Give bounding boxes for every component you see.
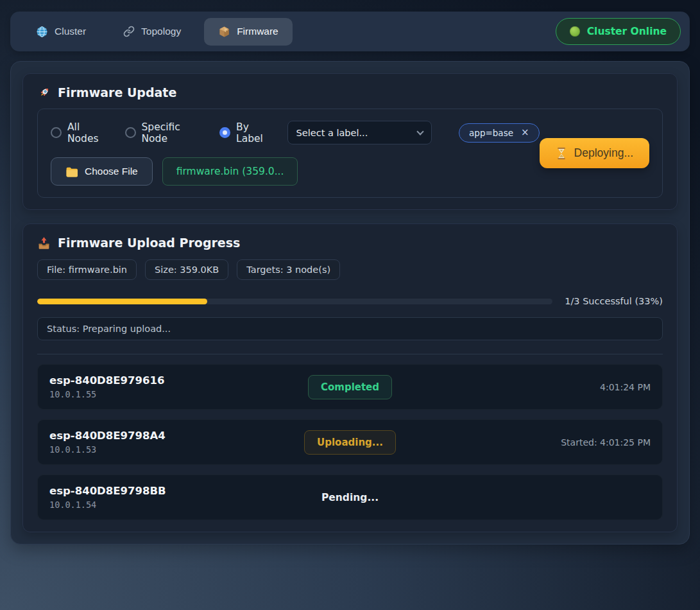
- firmware-update-title: Firmware Update: [37, 85, 663, 100]
- upload-status-box: Status: Preparing upload...: [37, 317, 663, 340]
- node-2-time: Started: 4:01:25 PM: [396, 437, 651, 448]
- progress-bar-fill: [37, 299, 207, 304]
- deploy-button-label: Deploying...: [574, 146, 633, 160]
- label-chip-text: app=base: [469, 128, 513, 138]
- node-1-ip: 10.0.1.55: [49, 389, 308, 399]
- node-2-status-badge: Uploading...: [304, 430, 396, 455]
- node-3-name: esp-840D8E9798BB: [49, 485, 319, 497]
- upload-tray-icon: [37, 236, 51, 250]
- firmware-update-card: Firmware Update All Nodes Specific Node …: [22, 73, 678, 210]
- radio-by-label[interactable]: By Label: [219, 121, 277, 144]
- tab-cluster[interactable]: Cluster: [22, 18, 100, 46]
- radio-specific-node-label: Specific Node: [142, 121, 207, 144]
- radio-by-label-label: By Label: [236, 121, 277, 144]
- node-1-status-badge: Completed: [308, 375, 392, 399]
- choose-file-button[interactable]: Choose File: [51, 157, 153, 186]
- tab-firmware-label: Firmware: [237, 26, 278, 37]
- upload-progress-title-text: Firmware Upload Progress: [58, 236, 240, 250]
- tab-topology-label: Topology: [141, 26, 181, 37]
- main-content: Firmware Update All Nodes Specific Node …: [10, 61, 690, 545]
- node-1-identity: esp-840D8E979616 10.0.1.55: [49, 374, 308, 399]
- node-3-identity: esp-840D8E9798BB 10.0.1.54: [49, 485, 319, 510]
- close-icon[interactable]: ×: [521, 128, 529, 137]
- tab-cluster-label: Cluster: [55, 26, 86, 37]
- progress-row: 1/3 Successful (33%): [37, 296, 663, 306]
- node-3-ip: 10.0.1.54: [49, 500, 319, 510]
- radio-all-nodes-circle[interactable]: [51, 127, 62, 138]
- globe-icon: [36, 26, 48, 38]
- node-2-identity: esp-840D8E9798A4 10.0.1.53: [49, 430, 304, 455]
- node-3-status-badge: Pending...: [319, 486, 381, 509]
- deploy-form-fields: All Nodes Specific Node By Label Select …: [51, 121, 540, 186]
- file-row: Choose File firmware.bin (359.0...: [51, 157, 540, 186]
- green-dot-icon: [570, 26, 580, 37]
- node-row-2: esp-840D8E9798A4 10.0.1.53 Uploading... …: [37, 419, 663, 465]
- radio-all-nodes[interactable]: All Nodes: [51, 121, 112, 144]
- node-1-time: 4:01:24 PM: [392, 382, 651, 392]
- deploy-button[interactable]: Deploying...: [540, 138, 649, 168]
- firmware-update-title-text: Firmware Update: [58, 85, 176, 100]
- radio-all-nodes-label: All Nodes: [67, 121, 112, 144]
- chevron-down-icon: [416, 128, 423, 135]
- node-list: esp-840D8E979616 10.0.1.55 Completed 4:0…: [37, 364, 663, 520]
- node-row-3: esp-840D8E9798BB 10.0.1.54 Pending...: [37, 475, 663, 520]
- radio-specific-node-circle[interactable]: [125, 127, 136, 138]
- upload-progress-card: Firmware Upload Progress File: firmware.…: [22, 223, 678, 532]
- selected-file-name: firmware.bin (359.0...: [162, 157, 298, 186]
- deploy-form: All Nodes Specific Node By Label Select …: [37, 109, 663, 198]
- top-nav-bar: Cluster Topology Firmware Cluster Online: [10, 12, 690, 51]
- radio-by-label-circle[interactable]: [219, 127, 230, 138]
- upload-status-text: Status: Preparing upload...: [47, 324, 171, 334]
- upload-progress-title: Firmware Upload Progress: [37, 236, 663, 250]
- radio-specific-node[interactable]: Specific Node: [125, 121, 207, 144]
- hourglass-icon: [556, 147, 567, 160]
- label-select-placeholder: Select a label...: [296, 128, 368, 138]
- selected-file-name-text: firmware.bin (359.0...: [176, 166, 284, 177]
- tab-firmware[interactable]: Firmware: [204, 18, 293, 46]
- tab-topology[interactable]: Topology: [109, 18, 195, 45]
- meta-chip-file: File: firmware.bin: [37, 259, 137, 280]
- choose-file-label: Choose File: [85, 166, 138, 177]
- folder-icon: [65, 166, 78, 177]
- link-icon: [123, 26, 135, 37]
- cluster-online-badge[interactable]: Cluster Online: [556, 18, 681, 45]
- target-mode-row: All Nodes Specific Node By Label Select …: [51, 121, 540, 144]
- upload-meta-row: File: firmware.bin Size: 359.0KB Targets…: [37, 259, 663, 280]
- package-icon: [218, 26, 230, 38]
- meta-chip-targets: Targets: 3 node(s): [237, 259, 340, 280]
- rocket-icon: [37, 86, 51, 100]
- nav-tabs: Cluster Topology Firmware: [22, 18, 293, 46]
- meta-chip-size: Size: 359.0KB: [145, 259, 228, 280]
- label-chip: app=base ×: [459, 123, 539, 143]
- divider: [37, 354, 663, 354]
- node-2-name: esp-840D8E9798A4: [49, 430, 304, 442]
- cluster-online-label: Cluster Online: [587, 26, 667, 37]
- node-2-ip: 10.0.1.53: [49, 444, 304, 455]
- progress-bar-track: [37, 299, 552, 304]
- node-row-1: esp-840D8E979616 10.0.1.55 Completed 4:0…: [37, 364, 663, 410]
- node-1-name: esp-840D8E979616: [49, 374, 308, 387]
- progress-label: 1/3 Successful (33%): [565, 296, 663, 306]
- label-select[interactable]: Select a label...: [287, 121, 432, 144]
